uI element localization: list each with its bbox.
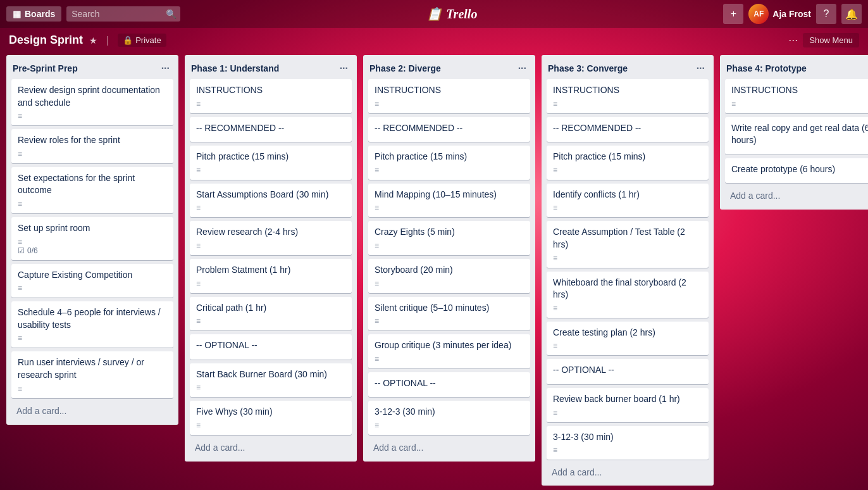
card-text-col5-1: Write real copy and get real data (6 hou… [731, 122, 868, 147]
user-name: Aja Frost [772, 9, 811, 19]
card-col2-6[interactable]: Critical path (1 hr)≡ [190, 297, 352, 331]
search-icon: 🔍 [166, 9, 177, 19]
board-dots-button[interactable]: ··· [788, 34, 798, 47]
card-col2-7[interactable]: -- OPTIONAL -- [190, 334, 352, 360]
star-button[interactable]: ★ [89, 35, 97, 46]
user-menu-button[interactable]: AF Aja Frost [748, 4, 811, 24]
card-col4-1[interactable]: -- RECOMMENDED -- [547, 117, 709, 142]
card-icon-col1-3: ≡ [18, 237, 167, 246]
cards-list-col5: INSTRUCTIONS≡Write real copy and get rea… [720, 79, 868, 183]
card-col4-3[interactable]: Identify conflicts (1 hr)≡ [547, 184, 709, 218]
card-col1-0[interactable]: Review design sprint documentation and s… [11, 79, 173, 125]
card-text-col1-1: Review roles for the sprint [18, 134, 167, 147]
card-text-col4-9: 3-12-3 (30 min) [553, 431, 702, 444]
card-col1-3[interactable]: Set up sprint room≡☑ 0/6 [11, 217, 173, 260]
card-col4-5[interactable]: Whiteboard the final storyboard (2 hrs)≡ [547, 272, 709, 318]
column-dots-col1[interactable]: ··· [159, 61, 172, 75]
card-col3-2[interactable]: Pitch practice (15 mins)≡ [368, 146, 530, 180]
boards-button[interactable]: ▦ Boards [6, 6, 61, 22]
card-icon-col4-2: ≡ [553, 166, 702, 175]
card-col5-0[interactable]: INSTRUCTIONS≡ [725, 79, 868, 113]
card-col4-8[interactable]: Review back burner board (1 hr)≡ [547, 388, 709, 422]
column-title-col3: Phase 2: Diverge [369, 63, 441, 73]
add-button[interactable]: + [723, 4, 743, 24]
card-text-col4-7: -- OPTIONAL -- [553, 364, 702, 377]
card-col2-3[interactable]: Start Assumptions Board (30 min)≡ [190, 184, 352, 218]
card-icon-col4-5: ≡ [553, 304, 702, 313]
card-col3-0[interactable]: INSTRUCTIONS≡ [368, 79, 530, 113]
card-text-col2-1: -- RECOMMENDED -- [196, 122, 345, 135]
card-col3-5[interactable]: Storyboard (20 min)≡ [368, 259, 530, 293]
card-col3-6[interactable]: Silent critique (5–10 minutes)≡ [368, 297, 530, 331]
card-text-col4-4: Create Assumption / Test Table (2 hrs) [553, 226, 702, 251]
add-card-button-col2[interactable]: Add a card... [190, 439, 352, 456]
card-col1-4[interactable]: Capture Existing Competition≡ [11, 264, 173, 298]
card-col2-4[interactable]: Review research (2-4 hrs)≡ [190, 221, 352, 255]
card-col1-2[interactable]: Set expectations for the sprint outcome≡ [11, 167, 173, 213]
card-col4-2[interactable]: Pitch practice (15 mins)≡ [547, 146, 709, 180]
card-text-col2-0: INSTRUCTIONS [196, 84, 345, 97]
card-col5-2[interactable]: Create prototype (6 hours) [725, 158, 868, 184]
card-text-col3-0: INSTRUCTIONS [375, 84, 524, 97]
boards-label: Boards [25, 9, 55, 19]
board-columns: Pre-Sprint Prep···Review design sprint d… [0, 53, 868, 490]
card-col4-9[interactable]: 3-12-3 (30 min)≡ [547, 426, 709, 460]
card-col1-1[interactable]: Review roles for the sprint≡ [11, 129, 173, 163]
notifications-button[interactable]: 🔔 [841, 4, 862, 24]
card-col4-4[interactable]: Create Assumption / Test Table (2 hrs)≡ [547, 221, 709, 267]
column-col2: Phase 1: Understand···INSTRUCTIONS≡-- RE… [185, 55, 357, 462]
card-col1-6[interactable]: Run user interviews / survey / or resear… [11, 351, 173, 398]
card-col4-6[interactable]: Create testing plan (2 hrs)≡ [547, 322, 709, 356]
column-col3: Phase 2: Diverge···INSTRUCTIONS≡-- RECOM… [363, 55, 535, 462]
card-checklist-col1-3: ☑ 0/6 [18, 246, 167, 255]
card-col2-1[interactable]: -- RECOMMENDED -- [190, 117, 352, 142]
card-icon-col3-4: ≡ [375, 241, 524, 250]
card-col3-3[interactable]: Mind Mapping (10–15 minutes)≡ [368, 184, 530, 218]
card-text-col3-8: -- OPTIONAL -- [375, 377, 524, 390]
card-icon-col3-5: ≡ [375, 279, 524, 288]
add-card-button-col5[interactable]: Add a card... [725, 187, 868, 204]
card-col5-1[interactable]: Write real copy and get real data (6 hou… [725, 117, 868, 154]
card-col3-1[interactable]: -- RECOMMENDED -- [368, 117, 530, 142]
card-col1-5[interactable]: Schedule 4–6 people for interviews / usa… [11, 301, 173, 348]
card-col2-8[interactable]: Start Back Burner Board (30 min)≡ [190, 363, 352, 398]
top-nav: ▦ Boards 🔍 📋 Trello + AF Aja Frost ? 🔔 [0, 0, 868, 28]
card-text-col1-3: Set up sprint room [18, 222, 167, 235]
card-icon-col1-1: ≡ [18, 149, 167, 158]
card-col3-7[interactable]: Group critique (3 minutes per idea)≡ [368, 334, 530, 368]
card-icon-col2-2: ≡ [196, 166, 345, 175]
card-col3-9[interactable]: 3-12-3 (30 min)≡ [368, 401, 530, 435]
card-col4-0[interactable]: INSTRUCTIONS≡ [547, 79, 709, 113]
column-title-col1: Pre-Sprint Prep [13, 63, 78, 73]
card-col2-0[interactable]: INSTRUCTIONS≡ [190, 79, 352, 113]
card-col2-2[interactable]: Pitch practice (15 mins)≡ [190, 146, 352, 180]
add-card-button-col4[interactable]: Add a card... [547, 463, 709, 481]
add-card-button-col1[interactable]: Add a card... [11, 402, 173, 420]
help-button[interactable]: ? [816, 4, 836, 24]
show-menu-button[interactable]: Show Menu [803, 33, 859, 47]
card-icon-col3-3: ≡ [375, 203, 524, 212]
card-text-col4-8: Review back burner board (1 hr) [553, 393, 702, 406]
card-icon-col1-0: ≡ [18, 111, 167, 120]
app-name: Trello [446, 7, 477, 22]
card-icon-col4-9: ≡ [553, 446, 702, 455]
card-text-col4-6: Create testing plan (2 hrs) [553, 327, 702, 339]
card-text-col4-1: -- RECOMMENDED -- [553, 122, 702, 135]
card-text-col3-2: Pitch practice (15 mins) [375, 151, 524, 163]
column-dots-col4[interactable]: ··· [694, 61, 707, 75]
card-col3-4[interactable]: Crazy Eights (5 min)≡ [368, 221, 530, 255]
card-col2-5[interactable]: Problem Statment (1 hr)≡ [190, 259, 352, 293]
card-icon-col2-4: ≡ [196, 241, 345, 250]
add-icon: + [731, 8, 736, 20]
column-col4: Phase 3: Converge···INSTRUCTIONS≡-- RECO… [542, 55, 714, 486]
card-icon-col3-6: ≡ [375, 317, 524, 325]
column-dots-col2[interactable]: ··· [337, 61, 350, 75]
card-col3-8[interactable]: -- OPTIONAL -- [368, 372, 530, 398]
card-col2-9[interactable]: Five Whys (30 min)≡ [190, 401, 352, 435]
add-card-button-col3[interactable]: Add a card... [368, 439, 530, 456]
search-input[interactable] [66, 6, 180, 22]
column-dots-col3[interactable]: ··· [516, 61, 529, 75]
card-icon-col1-6: ≡ [18, 384, 167, 393]
card-col4-7[interactable]: -- OPTIONAL -- [547, 359, 709, 384]
board-header-right: ··· Show Menu [788, 33, 859, 47]
